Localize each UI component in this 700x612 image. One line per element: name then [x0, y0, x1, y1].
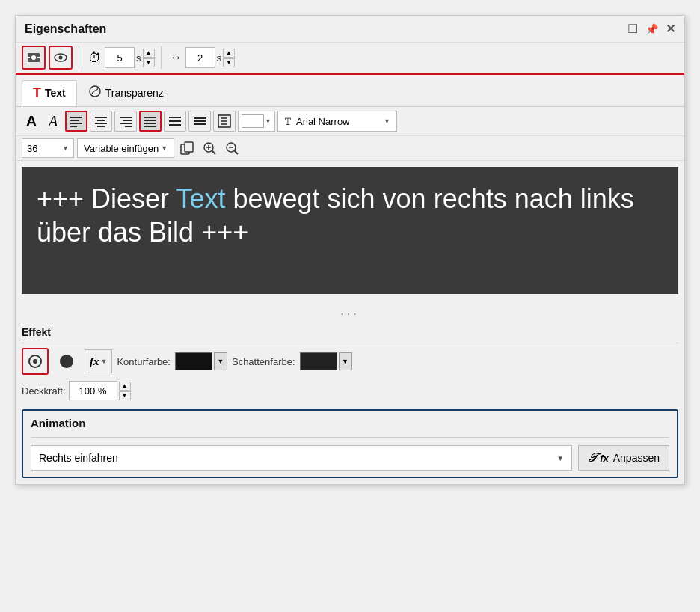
text-preview-area[interactable]: +++ Dieser Text bewegt sich von rechts n… — [22, 167, 678, 294]
size-row: 36 ▼ Variable einfügen ▼ — [16, 136, 684, 161]
copy-format-btn[interactable] — [177, 138, 197, 158]
width-section: ↔ 2 s ▲ ▼ — [171, 47, 236, 68]
deckkraft-input-group: 100 % ▲ ▼ — [69, 381, 131, 400]
svg-point-6 — [90, 86, 100, 97]
fx-anpassen: fx — [600, 453, 609, 464]
variable-arrow[interactable]: ▼ — [161, 144, 168, 152]
timer-down-btn[interactable]: ▼ — [143, 58, 155, 67]
bold-btn[interactable]: A — [22, 111, 41, 132]
effekt-divider — [22, 343, 678, 343]
title-bar: Eigenschaften ☐ 📌 ✕ — [16, 16, 684, 43]
font-name-label: Arial Narrow — [296, 116, 379, 127]
kontur-color-arrow[interactable]: ▼ — [214, 352, 227, 370]
width-down-btn[interactable]: ▼ — [223, 58, 235, 67]
tabs-row: T Text Transparenz — [16, 75, 684, 107]
format-toolbar: A A ▼ 𝚃 Arial Narrow ▼ — [16, 107, 684, 136]
align-left-btn[interactable] — [65, 111, 88, 132]
toolbar-separator-1 — [79, 46, 79, 69]
circle-outline-btn[interactable] — [22, 348, 49, 375]
color-picker-btn[interactable]: ▼ — [238, 111, 275, 132]
deckkraft-value-input[interactable]: 100 % — [69, 381, 117, 400]
timer-unit: s — [136, 52, 141, 64]
pin-icon[interactable]: 📌 — [645, 23, 658, 35]
variable-label: Variable einfügen — [84, 143, 159, 154]
fx-btn[interactable]: fx ▼ — [85, 349, 112, 373]
animation-select[interactable]: Rechts einfahren ▼ — [31, 445, 572, 471]
italic-btn[interactable]: A — [43, 111, 63, 132]
kontur-color-btn[interactable]: ▼ — [175, 351, 227, 372]
font-size-value: 36 — [27, 143, 37, 154]
zoom-out-btn[interactable] — [222, 138, 242, 158]
font-select[interactable]: 𝚃 Arial Narrow ▼ — [277, 111, 397, 132]
kontur-label: Konturfarbe: — [117, 356, 171, 367]
eye-icon-btn[interactable] — [49, 46, 73, 70]
color-dropdown-arrow[interactable]: ▼ — [265, 117, 271, 125]
timer-up-btn[interactable]: ▲ — [143, 49, 155, 58]
svg-line-40 — [235, 151, 239, 155]
animation-select-arrow[interactable]: ▼ — [556, 454, 564, 462]
svg-rect-2 — [27, 57, 30, 58]
toolbar-separator-2 — [161, 46, 162, 69]
maximize-icon[interactable]: ☐ — [627, 22, 638, 36]
svg-rect-3 — [37, 57, 40, 58]
text-tab-icon: T — [33, 85, 41, 101]
tab-transparenz[interactable]: Transparenz — [77, 79, 175, 106]
font-dropdown-arrow[interactable]: ▼ — [384, 117, 390, 125]
window-controls: ☐ 📌 ✕ — [627, 22, 675, 36]
svg-point-5 — [59, 56, 63, 60]
deckkraft-row: Deckkraft: 100 % ▲ ▼ — [16, 378, 684, 403]
deckkraft-spinner: ▲ ▼ — [119, 382, 131, 400]
fx-arrow[interactable]: ▼ — [101, 358, 108, 365]
animation-row: Rechts einfahren ▼ 𝒯 fx Anpassen — [31, 445, 669, 471]
svg-rect-34 — [185, 142, 193, 152]
width-input-group: 2 s ▲ ▼ — [185, 47, 236, 68]
anpassen-btn[interactable]: 𝒯 fx Anpassen — [578, 445, 669, 471]
timer-icon: ⏱ — [88, 50, 102, 66]
deckkraft-down-btn[interactable]: ▼ — [119, 391, 131, 400]
preview-text-highlight: Text — [176, 183, 225, 214]
expand-btn[interactable] — [213, 111, 236, 132]
align-center-btn[interactable] — [90, 111, 112, 132]
anpassen-label: Anpassen — [613, 452, 660, 464]
effekt-row: fx ▼ Konturfarbe: ▼ Schattenfarbe: ▼ — [16, 345, 684, 378]
effekt-section-label: Effekt — [16, 322, 684, 341]
close-icon[interactable]: ✕ — [666, 22, 675, 36]
ellipsis-row: ... — [16, 300, 684, 322]
color-swatch — [242, 114, 264, 128]
svg-point-43 — [33, 359, 37, 364]
animation-select-value: Rechts einfahren — [39, 452, 118, 464]
schatten-color-btn[interactable]: ▼ — [300, 351, 352, 372]
panel-title: Eigenschaften — [25, 22, 106, 36]
variable-insert-btn[interactable]: Variable einfügen ▼ — [77, 138, 174, 158]
schatten-color-swatch — [300, 352, 337, 370]
visibility-toggle-btn[interactable] — [22, 46, 46, 70]
tab-transparenz-label: Transparenz — [105, 87, 164, 99]
circle-filled-btn[interactable] — [53, 348, 80, 375]
width-spinner: ▲ ▼ — [223, 49, 235, 67]
width-icon: ↔ — [171, 51, 182, 64]
svg-point-44 — [60, 355, 73, 368]
timer-section: ⏱ 5 s ▲ ▼ — [88, 47, 155, 68]
timer-value-input[interactable]: 5 — [105, 47, 135, 68]
properties-panel: Eigenschaften ☐ 📌 ✕ ⏱ 5 — [15, 15, 685, 485]
tab-text-label: Text — [45, 87, 66, 99]
zoom-in-btn[interactable] — [200, 138, 219, 158]
animation-title: Animation — [31, 417, 669, 429]
timer-input-group: 5 s ▲ ▼ — [105, 47, 155, 68]
tab-text[interactable]: T Text — [22, 80, 77, 106]
anpassen-icon: 𝒯 — [588, 451, 595, 465]
fx-label: fx — [90, 355, 99, 368]
line-spacing-btn[interactable] — [164, 111, 186, 132]
align-right-btn[interactable] — [114, 111, 137, 132]
width-up-btn[interactable]: ▲ — [223, 49, 235, 58]
top-toolbar: ⏱ 5 s ▲ ▼ ↔ 2 s ▲ ▼ — [16, 43, 684, 75]
font-size-arrow[interactable]: ▼ — [62, 144, 69, 152]
deckkraft-label: Deckkraft: — [22, 385, 66, 397]
animation-divider — [31, 437, 669, 438]
width-value-input[interactable]: 2 — [185, 47, 215, 68]
schatten-color-arrow[interactable]: ▼ — [339, 352, 352, 370]
font-size-select[interactable]: 36 ▼ — [22, 138, 74, 158]
spacing1-btn[interactable] — [188, 111, 211, 132]
deckkraft-up-btn[interactable]: ▲ — [119, 382, 131, 391]
align-justify-btn[interactable] — [139, 111, 162, 132]
